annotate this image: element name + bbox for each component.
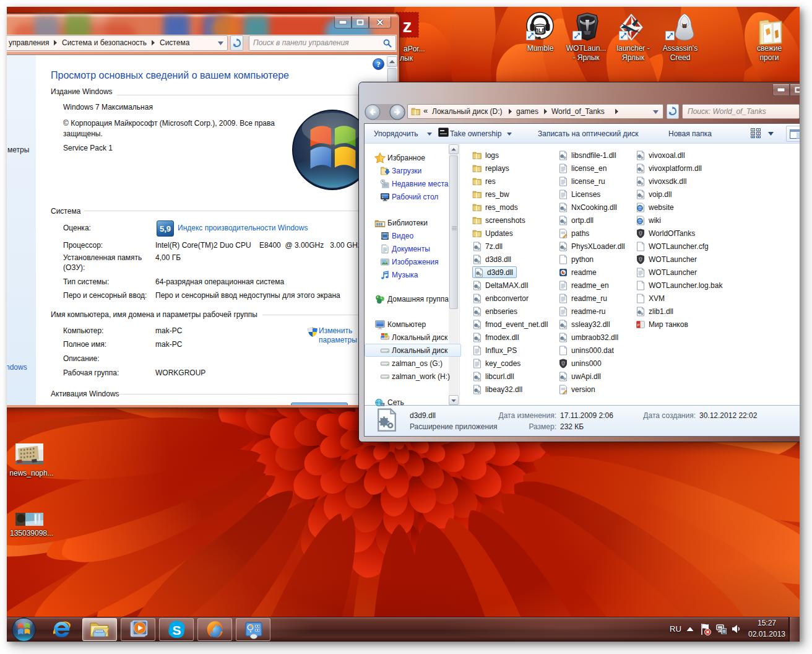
- svg-text:BLE: BLE: [535, 27, 546, 33]
- svg-text:?: ?: [376, 59, 381, 69]
- svg-text:z: z: [403, 15, 412, 36]
- svg-text:S: S: [172, 623, 181, 637]
